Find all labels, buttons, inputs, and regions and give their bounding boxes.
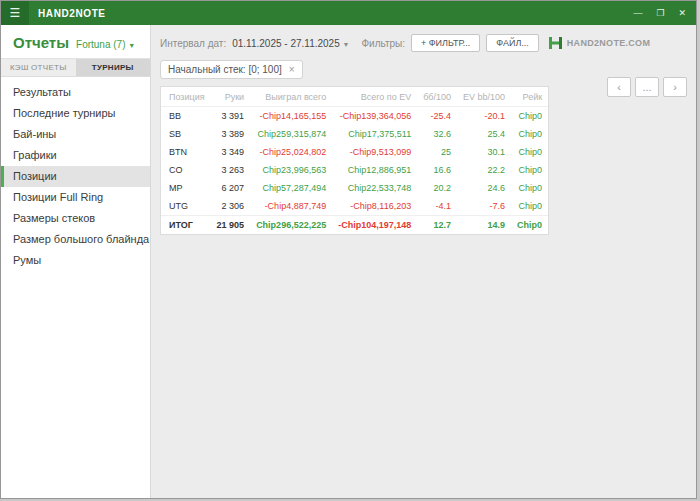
pager: ‹ ... ›: [607, 77, 687, 97]
table-header-row: ПозицияРукиВыиграл всегоВсего по EVбб/10…: [161, 87, 548, 107]
table-cell: 3 263: [211, 161, 251, 179]
table-cell: Chip0: [511, 216, 548, 235]
tab-cash-reports[interactable]: КЭШ ОТЧЕТЫ: [1, 59, 76, 76]
sidebar-item[interactable]: Позиции Full Ring: [1, 187, 150, 208]
sidebar-item[interactable]: Размеры стеков: [1, 208, 150, 229]
table-cell: Chip0: [511, 107, 548, 126]
table-cell: 6 207: [211, 179, 251, 197]
table-cell: BB: [161, 107, 211, 126]
filters-label: Фильтры:: [361, 38, 405, 49]
table-cell: 21 905: [211, 216, 251, 235]
table-cell: 25.4: [457, 125, 511, 143]
room-selector-dropdown[interactable]: Fortuna (7) ▼: [76, 39, 135, 50]
table-cell: 30.1: [457, 143, 511, 161]
table-row[interactable]: CO3 263Chip23,996,563Chip12,886,95116.62…: [161, 161, 548, 179]
table-cell: Chip0: [511, 125, 548, 143]
filter-chip[interactable]: Начальный стек: [0; 100] ×: [160, 60, 303, 79]
table-cell: -Chip139,364,056: [332, 107, 417, 126]
table-cell: 12.7: [417, 216, 457, 235]
title-bar: ☰ HAND2NOTE — ❐ ✕: [1, 1, 696, 25]
column-header[interactable]: EV bb/100: [457, 87, 511, 107]
positions-table-card: ПозицияРукиВыиграл всегоВсего по EVбб/10…: [160, 86, 549, 235]
next-page-button[interactable]: ›: [663, 77, 687, 97]
table-cell: 32.6: [417, 125, 457, 143]
brand: HAND2NOTE.COM: [549, 36, 650, 50]
chevron-down-icon: ▼: [128, 42, 135, 49]
close-icon[interactable]: ×: [289, 64, 295, 75]
file-button[interactable]: ФАЙЛ...: [486, 34, 539, 52]
table-cell: 14.9: [457, 216, 511, 235]
sidebar-item[interactable]: Графики: [1, 145, 150, 166]
table-cell: CO: [161, 161, 211, 179]
table-cell: Chip57,287,494: [250, 179, 332, 197]
date-range-dropdown[interactable]: 01.11.2025 - 27.11.2025 ▼: [232, 38, 349, 49]
sidebar-item[interactable]: Размер большого блайнда: [1, 229, 150, 250]
toolbar: Интервал дат: 01.11.2025 - 27.11.2025 ▼ …: [151, 25, 696, 59]
column-header[interactable]: бб/100: [417, 87, 457, 107]
column-header[interactable]: Выиграл всего: [250, 87, 332, 107]
table-row[interactable]: MP6 207Chip57,287,494Chip22,533,74820.22…: [161, 179, 548, 197]
hamburger-icon: ☰: [10, 6, 21, 20]
table-cell: BTN: [161, 143, 211, 161]
sidebar-item[interactable]: Румы: [1, 250, 150, 271]
table-row[interactable]: BB3 391-Chip14,165,155-Chip139,364,056-2…: [161, 107, 548, 126]
column-header[interactable]: Рейк: [511, 87, 548, 107]
table-cell: Chip12,886,951: [332, 161, 417, 179]
table-cell: -25.4: [417, 107, 457, 126]
sidebar-item[interactable]: Результаты: [1, 82, 150, 103]
table-cell: Chip23,996,563: [250, 161, 332, 179]
table-cell: ИТОГ: [161, 216, 211, 235]
table-cell: UTG: [161, 197, 211, 216]
add-filter-button[interactable]: + ФИЛЬТР...: [411, 34, 480, 52]
main-content: Интервал дат: 01.11.2025 - 27.11.2025 ▼ …: [151, 25, 696, 498]
table-cell: SB: [161, 125, 211, 143]
page-title: Отчеты: [13, 34, 69, 51]
interval-label: Интервал дат:: [160, 38, 226, 49]
sidebar-header: Отчеты Fortuna (7) ▼: [1, 25, 150, 58]
table-cell: -20.1: [457, 107, 511, 126]
hand2note-logo-icon: [549, 36, 563, 50]
minimize-icon[interactable]: —: [633, 9, 642, 18]
table-cell: -4.1: [417, 197, 457, 216]
sidebar-item[interactable]: Позиции: [1, 166, 150, 187]
table-cell: -Chip4,887,749: [250, 197, 332, 216]
table-body: BB3 391-Chip14,165,155-Chip139,364,056-2…: [161, 107, 548, 235]
table-row[interactable]: BTN3 349-Chip25,024,802-Chip9,513,099253…: [161, 143, 548, 161]
tab-tournaments[interactable]: ТУРНИРЫ: [76, 59, 151, 76]
table-cell: Chip17,375,511: [332, 125, 417, 143]
more-pages-button[interactable]: ...: [635, 77, 659, 97]
date-range-value: 01.11.2025 - 27.11.2025: [232, 38, 340, 49]
table-cell: -Chip104,197,148: [332, 216, 417, 235]
table-cell: 25: [417, 143, 457, 161]
table-row[interactable]: SB3 389Chip259,315,874Chip17,375,51132.6…: [161, 125, 548, 143]
app-title: HAND2NOTE: [38, 8, 106, 19]
sidebar-menu: РезультатыПоследние турнирыБай-иныГрафик…: [1, 77, 150, 271]
table-cell: Chip296,522,225: [250, 216, 332, 235]
sidebar-item[interactable]: Бай-ины: [1, 124, 150, 145]
prev-page-button[interactable]: ‹: [607, 77, 631, 97]
table-cell: Chip0: [511, 179, 548, 197]
room-selector-value: Fortuna (7): [76, 39, 125, 50]
app-body: Отчеты Fortuna (7) ▼ КЭШ ОТЧЕТЫ ТУРНИРЫ …: [1, 25, 696, 498]
table-cell: 3 391: [211, 107, 251, 126]
column-header[interactable]: Всего по EV: [332, 87, 417, 107]
table-cell: 2 306: [211, 197, 251, 216]
sidebar-tabs: КЭШ ОТЧЕТЫ ТУРНИРЫ: [1, 58, 150, 77]
column-header[interactable]: Руки: [211, 87, 251, 107]
table-row[interactable]: ИТОГ21 905Chip296,522,225-Chip104,197,14…: [161, 216, 548, 235]
table-cell: 16.6: [417, 161, 457, 179]
table-cell: Chip259,315,874: [250, 125, 332, 143]
table-row[interactable]: UTG2 306-Chip4,887,749-Chip8,116,203-4.1…: [161, 197, 548, 216]
table-cell: -7.6: [457, 197, 511, 216]
hamburger-menu-button[interactable]: ☰: [1, 1, 29, 25]
table-cell: MP: [161, 179, 211, 197]
sidebar-item[interactable]: Последние турниры: [1, 103, 150, 124]
table-cell: Chip0: [511, 143, 548, 161]
maximize-icon[interactable]: ❐: [656, 9, 664, 18]
column-header[interactable]: Позиция: [161, 87, 211, 107]
positions-table: ПозицияРукиВыиграл всегоВсего по EVбб/10…: [161, 87, 548, 234]
table-cell: 24.6: [457, 179, 511, 197]
table-cell: Chip22,533,748: [332, 179, 417, 197]
table-cell: 3 349: [211, 143, 251, 161]
close-icon[interactable]: ✕: [678, 9, 686, 18]
